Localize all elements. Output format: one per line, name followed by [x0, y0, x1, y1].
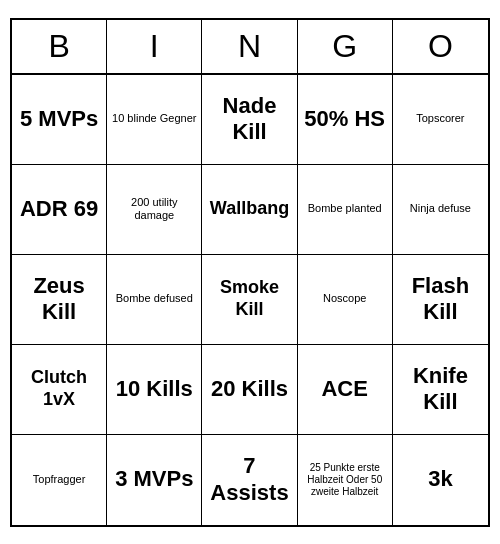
header-n: N: [202, 20, 297, 73]
bingo-cell-9[interactable]: Ninja defuse: [393, 165, 488, 255]
bingo-cell-5[interactable]: ADR 69: [12, 165, 107, 255]
bingo-grid: 5 MVPs10 blinde GegnerNade Kill50% HSTop…: [12, 75, 488, 525]
header-o: O: [393, 20, 488, 73]
bingo-cell-1[interactable]: 10 blinde Gegner: [107, 75, 202, 165]
bingo-cell-7[interactable]: Wallbang: [202, 165, 297, 255]
bingo-cell-22[interactable]: 7 Assists: [202, 435, 297, 525]
bingo-cell-21[interactable]: 3 MVPs: [107, 435, 202, 525]
header-b: B: [12, 20, 107, 73]
bingo-cell-10[interactable]: Zeus Kill: [12, 255, 107, 345]
bingo-cell-3[interactable]: 50% HS: [298, 75, 393, 165]
bingo-cell-12[interactable]: Smoke Kill: [202, 255, 297, 345]
bingo-cell-6[interactable]: 200 utility damage: [107, 165, 202, 255]
bingo-cell-4[interactable]: Topscorer: [393, 75, 488, 165]
bingo-cell-8[interactable]: Bombe planted: [298, 165, 393, 255]
bingo-card: B I N G O 5 MVPs10 blinde GegnerNade Kil…: [10, 18, 490, 527]
bingo-cell-18[interactable]: ACE: [298, 345, 393, 435]
bingo-cell-23[interactable]: 25 Punkte erste Halbzeit Oder 50 zweite …: [298, 435, 393, 525]
bingo-cell-17[interactable]: 20 Kills: [202, 345, 297, 435]
bingo-cell-14[interactable]: Flash Kill: [393, 255, 488, 345]
bingo-cell-15[interactable]: Clutch 1vX: [12, 345, 107, 435]
bingo-cell-13[interactable]: Noscope: [298, 255, 393, 345]
bingo-header: B I N G O: [12, 20, 488, 75]
bingo-cell-11[interactable]: Bombe defused: [107, 255, 202, 345]
bingo-cell-0[interactable]: 5 MVPs: [12, 75, 107, 165]
header-g: G: [298, 20, 393, 73]
bingo-cell-2[interactable]: Nade Kill: [202, 75, 297, 165]
header-i: I: [107, 20, 202, 73]
bingo-cell-16[interactable]: 10 Kills: [107, 345, 202, 435]
bingo-cell-20[interactable]: Topfragger: [12, 435, 107, 525]
bingo-cell-19[interactable]: Knife Kill: [393, 345, 488, 435]
bingo-cell-24[interactable]: 3k: [393, 435, 488, 525]
